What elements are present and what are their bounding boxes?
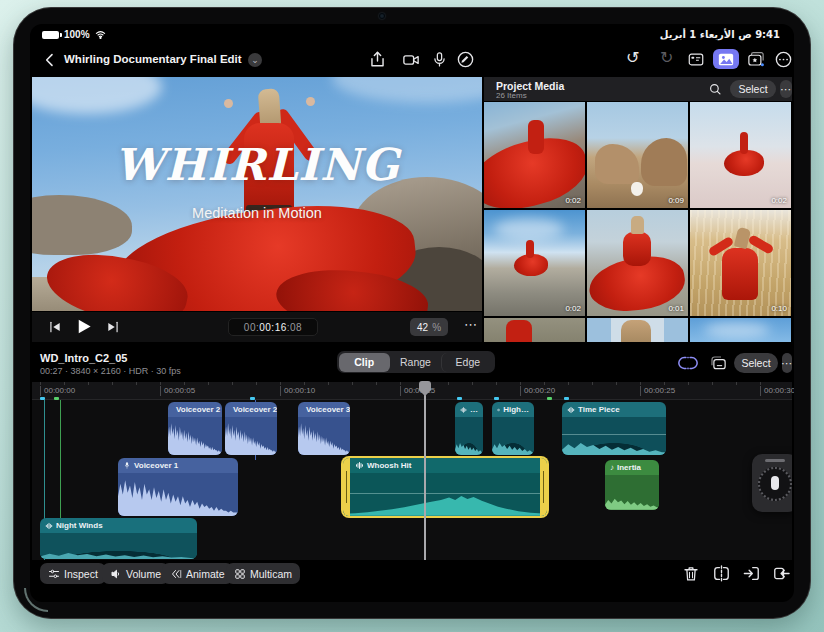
timeline-clip-night-winds[interactable]: Night Winds <box>40 518 197 559</box>
audio-waveform <box>492 439 534 455</box>
dervish-hat <box>258 88 282 126</box>
bezel-highlight <box>24 588 48 612</box>
tab-clip[interactable]: Clip <box>339 353 390 372</box>
clip-duration: 0:01 <box>668 304 684 313</box>
timeline-tracks[interactable]: Voiceover 2 Voiceover 2 Voiceover 3 … Hi… <box>32 400 792 560</box>
timecode-prefix: 00: <box>244 322 259 333</box>
battery-icon <box>42 31 59 39</box>
timeline-clip-voiceover2b[interactable]: Voiceover 2 <box>225 402 277 455</box>
trim-handle-right[interactable] <box>540 458 547 516</box>
timeline-clip-inertia[interactable]: ♪Inertia <box>605 460 659 510</box>
microphone-button[interactable] <box>431 50 448 69</box>
thumbnail-photo <box>623 232 651 266</box>
battery-percent: 100% <box>64 29 90 40</box>
timeline-clip-voiceover2a[interactable]: Voiceover 2 <box>168 402 222 455</box>
timeline-clip-high[interactable]: High… <box>492 402 534 455</box>
inspect-button[interactable]: Inspect <box>40 563 106 584</box>
app-toolbar: Whirling Documentary Final Edit ⌄ ↺ ↻ <box>30 44 794 76</box>
search-icon[interactable] <box>708 82 722 96</box>
redo-button[interactable]: ↻ <box>660 48 673 67</box>
media-thumbnail[interactable]: 0:02 <box>484 210 585 316</box>
music-note-icon: ♪ <box>610 463 614 472</box>
jog-drag-handle[interactable] <box>765 459 785 462</box>
cloud <box>332 77 482 103</box>
photo-icon <box>718 53 734 66</box>
play-button[interactable] <box>74 317 93 336</box>
media-thumbnail[interactable]: 0:10 <box>690 210 791 316</box>
transport-bar: 00:00:16:08 42 % ⋯ <box>32 312 482 342</box>
zoom-value: 42 <box>417 322 428 333</box>
trim-handle-left[interactable] <box>343 458 350 516</box>
timeline-clip-sfx[interactable]: … <box>455 402 483 455</box>
connection-line <box>60 400 61 518</box>
chevrons-icon <box>170 568 182 580</box>
undo-button[interactable]: ↺ <box>626 48 639 67</box>
thumbnail-photo <box>526 240 534 258</box>
clip-duration: 0:02 <box>565 196 581 205</box>
title-chevron-down-icon[interactable]: ⌄ <box>248 53 262 67</box>
animate-label: Animate <box>186 568 225 580</box>
timeline-select-button[interactable]: Select <box>734 353 778 373</box>
waveform-icon <box>460 406 467 414</box>
multicam-button[interactable]: Multicam <box>226 563 300 584</box>
insert-clip-icon[interactable] <box>742 564 761 583</box>
media-thumbnail[interactable]: 0:09 <box>587 102 688 208</box>
timecode-suffix: :08 <box>287 322 302 333</box>
clip-star-button[interactable] <box>746 50 766 68</box>
animate-button[interactable]: Animate <box>162 563 233 584</box>
inspect-label: Inspect <box>64 568 98 580</box>
pencil-tools-button[interactable] <box>456 50 475 69</box>
media-thumbnail[interactable] <box>484 318 585 342</box>
connected-clips-button[interactable] <box>708 354 728 372</box>
zoom-level-control[interactable]: 42 % <box>410 318 448 336</box>
timeline-clip-time-piece[interactable]: Time Piece <box>562 402 666 455</box>
share-button[interactable] <box>368 50 387 69</box>
zoom-unit: % <box>432 322 441 333</box>
clip-duration: 0:10 <box>771 304 787 313</box>
media-browser-button-active[interactable] <box>713 49 739 69</box>
blade-icon[interactable] <box>712 564 731 583</box>
timeline-clip-whoosh-hit-selected[interactable]: Whoosh Hit <box>343 458 547 516</box>
more-options-button[interactable] <box>774 50 793 69</box>
overwrite-clip-icon[interactable] <box>772 564 791 583</box>
clip-title: Time Piece <box>578 405 620 414</box>
viewer-more-button[interactable]: ⋯ <box>464 317 478 332</box>
video-viewer[interactable]: WHIRLING Meditation in Motion <box>32 77 482 311</box>
skip-to-end-button[interactable] <box>106 320 120 334</box>
thumbnail-photo <box>722 248 758 300</box>
media-thumbnail[interactable] <box>690 318 791 342</box>
jog-knob[interactable] <box>771 476 779 490</box>
magnetic-timeline-button[interactable] <box>678 353 698 373</box>
thumbnail-photo <box>595 144 639 184</box>
trash-icon[interactable] <box>682 564 700 583</box>
skip-to-start-button[interactable] <box>48 320 62 334</box>
dervish-hand-left <box>224 99 233 108</box>
thumbnail-photo <box>621 320 651 342</box>
volume-button[interactable]: Volume <box>102 563 169 584</box>
timeline-ruler[interactable]: 00:00:00 00:00:05 00:00:10 00:00:15 00:0… <box>32 382 792 400</box>
back-chevron-button[interactable] <box>42 52 58 68</box>
record-camera-button[interactable] <box>401 51 421 69</box>
tab-edge[interactable]: Edge <box>441 353 493 372</box>
media-thumbnail[interactable] <box>587 318 688 342</box>
project-media-panel: Project Media 26 Items Select ⋯ 0:02 0:0… <box>484 77 792 342</box>
timeline-clip-voiceover3[interactable]: Voiceover 3 <box>298 402 350 455</box>
media-panel-header: Project Media 26 Items Select ⋯ <box>484 77 792 101</box>
media-more-button[interactable]: ⋯ <box>780 80 792 98</box>
playhead-line[interactable] <box>424 382 426 560</box>
audio-waveform <box>343 492 547 516</box>
media-thumbnail[interactable]: 0:02 <box>690 102 791 208</box>
timeline-more-button[interactable]: ⋯ <box>782 353 792 373</box>
jog-wheel-control[interactable] <box>752 454 792 512</box>
inspector-layout-button[interactable] <box>686 51 706 68</box>
clip-title: Voiceover 1 <box>134 461 178 470</box>
tab-range[interactable]: Range <box>390 353 441 372</box>
media-thumbnail[interactable]: 0:02 <box>484 102 585 208</box>
dervish-hand-right <box>306 97 315 106</box>
volume-label: Volume <box>126 568 161 580</box>
timeline-clip-voiceover1[interactable]: Voiceover 1 <box>118 458 238 516</box>
media-select-button[interactable]: Select <box>730 80 776 98</box>
thumbnail-photo <box>641 138 687 186</box>
thumbnail-photo <box>506 320 532 342</box>
media-thumbnail[interactable]: 0:01 <box>587 210 688 316</box>
